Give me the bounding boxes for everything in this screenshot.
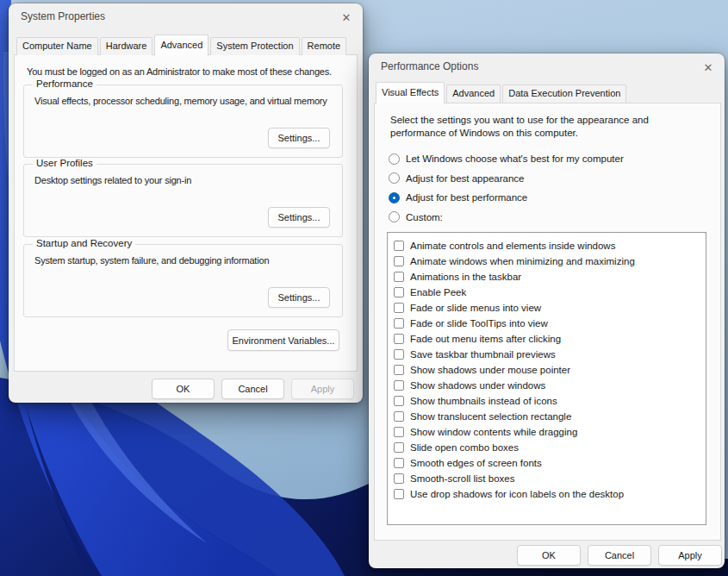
tab-system-protection[interactable]: System Protection (210, 37, 299, 55)
visual-effects-radio-group: Let Windows choose what's best for my co… (389, 149, 624, 227)
visual-effect-item-fade-out-menu-items-after-clicking[interactable]: Fade out menu items after clicking (388, 331, 706, 347)
visual-effect-item-show-window-contents-while-dragging[interactable]: Show window contents while dragging (388, 424, 706, 440)
radio-option-let-windows-choose-what-s-best-for-my-computer[interactable]: Let Windows choose what's best for my co… (389, 149, 624, 169)
close-icon[interactable]: ✕ (339, 9, 354, 25)
checkbox-icon[interactable] (394, 365, 404, 375)
checkbox-icon[interactable] (394, 489, 404, 499)
checkbox-icon[interactable] (394, 241, 404, 251)
admin-notice-text: You must be logged on as an Administrato… (27, 66, 332, 77)
visual-effects-intro-text: Select the settings you want to use for … (390, 114, 697, 140)
radio-icon[interactable] (389, 192, 400, 203)
checkbox-icon[interactable] (394, 334, 404, 344)
tab-computer-name[interactable]: Computer Name (16, 37, 98, 55)
group-label: Startup and Recovery (33, 238, 135, 248)
visual-effect-item-animate-windows-when-minimizing-and-maximizing[interactable]: Animate windows when minimizing and maxi… (388, 254, 706, 269)
checkbox-label: Smooth-scroll list boxes (410, 473, 514, 484)
checkbox-label: Show thumbnails instead of icons (410, 396, 557, 406)
tab-visual-effects[interactable]: Visual Effects (376, 82, 445, 103)
visual-effect-item-show-translucent-selection-rectangle[interactable]: Show translucent selection rectangle (388, 409, 706, 424)
group-label: Performance (33, 78, 96, 89)
checkbox-icon[interactable] (394, 318, 404, 329)
checkbox-label: Smooth edges of screen fonts (410, 458, 542, 468)
checkbox-icon[interactable] (394, 256, 404, 266)
checkbox-icon[interactable] (394, 349, 404, 360)
tab-advanced[interactable]: Advanced (446, 85, 501, 103)
ok-button[interactable]: OK (517, 545, 581, 566)
apply-button[interactable]: Apply (658, 545, 722, 566)
checkbox-icon[interactable] (394, 287, 404, 297)
tab-advanced[interactable]: Advanced (154, 34, 208, 56)
checkbox-icon[interactable] (394, 411, 404, 422)
group-description: Desktop settings related to your sign-in (34, 175, 191, 185)
visual-effect-item-show-thumbnails-instead-of-icons[interactable]: Show thumbnails instead of icons (388, 393, 706, 409)
radio-label: Custom: (406, 212, 443, 222)
radio-option-adjust-for-best-appearance[interactable]: Adjust for best appearance (389, 169, 624, 189)
visual-effect-item-show-shadows-under-mouse-pointer[interactable]: Show shadows under mouse pointer (388, 362, 706, 378)
close-icon[interactable]: ✕ (700, 59, 716, 75)
performance-settings-button[interactable]: Settings... (268, 128, 330, 148)
checkbox-icon[interactable] (394, 458, 404, 468)
radio-icon[interactable] (389, 211, 400, 222)
user-profiles-group: User Profiles Desktop settings related t… (23, 164, 343, 237)
system-properties-tab-bar: Computer NameHardwareAdvancedSystem Prot… (16, 35, 346, 55)
checkbox-icon[interactable] (394, 473, 404, 484)
performance-options-window: Performance Options ✕ Visual EffectsAdva… (369, 53, 725, 568)
checkbox-label: Animate windows when minimizing and maxi… (410, 256, 635, 266)
checkbox-label: Enable Peek (410, 287, 466, 297)
checkbox-label: Show shadows under mouse pointer (410, 365, 570, 375)
tab-data-execution-prevention[interactable]: Data Execution Prevention (502, 85, 626, 103)
checkbox-label: Use drop shadows for icon labels on the … (410, 489, 624, 499)
cancel-button[interactable]: Cancel (221, 379, 284, 399)
visual-effect-item-save-taskbar-thumbnail-previews[interactable]: Save taskbar thumbnail previews (388, 347, 706, 362)
window-title: System Properties (21, 10, 105, 22)
environment-variables-button[interactable]: Environment Variables... (227, 329, 339, 351)
checkbox-label: Show translucent selection rectangle (410, 411, 571, 422)
radio-option-custom[interactable]: Custom: (389, 208, 624, 228)
performance-options-tab-bar: Visual EffectsAdvancedData Execution Pre… (376, 84, 626, 103)
checkbox-label: Fade or slide menus into view (410, 303, 541, 313)
checkbox-icon[interactable] (394, 427, 404, 437)
ok-button[interactable]: OK (152, 379, 215, 399)
advanced-tab-page: You must be logged on as an Administrato… (14, 54, 358, 372)
checkbox-icon[interactable] (394, 380, 404, 391)
checkbox-label: Show window contents while dragging (410, 427, 577, 437)
cancel-button[interactable]: Cancel (588, 545, 651, 566)
checkbox-icon[interactable] (394, 442, 404, 453)
visual-effect-item-use-drop-shadows-for-icon-labels-on-the-desktop[interactable]: Use drop shadows for icon labels on the … (388, 486, 706, 502)
radio-option-adjust-for-best-performance[interactable]: Adjust for best performance (389, 188, 624, 208)
performance-group: Performance Visual effects, processor sc… (23, 85, 343, 158)
user-profiles-settings-button[interactable]: Settings... (268, 207, 330, 228)
visual-effect-item-animations-in-the-taskbar[interactable]: Animations in the taskbar (388, 269, 706, 285)
checkbox-label: Animations in the taskbar (410, 272, 521, 282)
radio-icon[interactable] (389, 172, 400, 184)
visual-effect-item-slide-open-combo-boxes[interactable]: Slide open combo boxes (388, 440, 706, 455)
checkbox-label: Save taskbar thumbnail previews (410, 349, 556, 360)
visual-effect-item-animate-controls-and-elements-inside-windows[interactable]: Animate controls and elements inside win… (388, 238, 706, 254)
performance-options-titlebar[interactable]: Performance Options (369, 53, 725, 79)
system-properties-window: System Properties ✕ Computer NameHardwar… (9, 3, 363, 403)
tab-remote[interactable]: Remote (302, 37, 347, 55)
startup-recovery-settings-button[interactable]: Settings... (268, 287, 330, 308)
checkbox-label: Fade or slide ToolTips into view (410, 318, 548, 329)
system-properties-titlebar[interactable]: System Properties (9, 3, 363, 29)
checkbox-label: Show shadows under windows (410, 380, 545, 391)
tab-hardware[interactable]: Hardware (100, 37, 153, 55)
checkbox-icon[interactable] (394, 396, 404, 406)
visual-effect-item-fade-or-slide-menus-into-view[interactable]: Fade or slide menus into view (388, 300, 706, 316)
startup-recovery-group: Startup and Recovery System startup, sys… (23, 244, 343, 317)
visual-effects-options-list[interactable]: Animate controls and elements inside win… (387, 232, 706, 525)
apply-button[interactable]: Apply (291, 379, 354, 399)
radio-label: Adjust for best appearance (406, 173, 524, 184)
visual-effect-item-show-shadows-under-windows[interactable]: Show shadows under windows (388, 378, 706, 393)
group-description: Visual effects, processor scheduling, me… (34, 96, 327, 106)
visual-effect-item-smooth-scroll-list-boxes[interactable]: Smooth-scroll list boxes (388, 471, 706, 486)
visual-effect-item-enable-peek[interactable]: Enable Peek (388, 285, 706, 300)
visual-effect-item-fade-or-slide-tooltips-into-view[interactable]: Fade or slide ToolTips into view (388, 316, 706, 331)
checkbox-icon[interactable] (394, 272, 404, 282)
group-description: System startup, system failure, and debu… (34, 255, 269, 266)
radio-icon[interactable] (389, 153, 400, 165)
visual-effects-tab-page: Select the settings you want to use for … (374, 103, 721, 541)
window-title: Performance Options (381, 60, 478, 72)
visual-effect-item-smooth-edges-of-screen-fonts[interactable]: Smooth edges of screen fonts (388, 455, 706, 471)
checkbox-icon[interactable] (394, 303, 404, 313)
